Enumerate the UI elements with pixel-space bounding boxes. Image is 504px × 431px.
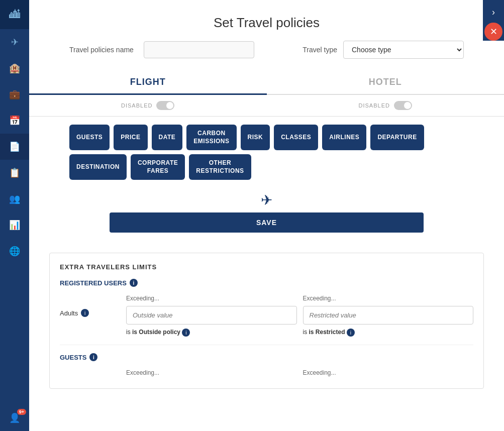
chart-icon: 📊 <box>9 220 20 231</box>
guests-row: Exceeding... Exceeding... <box>60 369 473 378</box>
btn-corporate-fares[interactable]: CORPORATE FARES <box>131 154 185 180</box>
restricted-note: is is Restricted i <box>303 329 474 337</box>
tab-hotel[interactable]: HOTEL <box>267 69 505 94</box>
btn-guests[interactable]: GUESTS <box>69 125 110 150</box>
tab-flight[interactable]: FLIGHT <box>29 69 267 95</box>
guests-exceeding-label-1: Exceeding... <box>126 369 297 376</box>
guests-label: GUESTS <box>60 354 86 361</box>
adults-info-icon[interactable]: i <box>81 309 89 317</box>
sidebar-item-avatar[interactable]: 👤 9+ <box>0 405 29 431</box>
sidebar-item-list[interactable]: 📋 <box>0 160 29 186</box>
sidebar-item-hotel[interactable]: 🏨 <box>0 55 29 81</box>
policies-name-input[interactable] <box>144 41 254 58</box>
adults-row: Adults i Exceeding... is is Outside poli… <box>60 295 473 337</box>
adults-restricted-input[interactable] <box>303 306 474 325</box>
main-tabs: FLIGHT HOTEL <box>29 69 504 95</box>
btn-departure[interactable]: DEPARTURE <box>370 125 424 150</box>
sidebar-item-document[interactable]: 📄 <box>0 134 29 160</box>
outside-policy-note: is is Outside policy i <box>126 329 297 337</box>
guests-section: GUESTS i Exceeding... Exceeding... <box>60 345 473 378</box>
flight-toggle[interactable] <box>156 101 174 110</box>
travel-type-group: Travel type Choose type Flight Hotel Car <box>303 41 464 59</box>
sidebar-item-globe[interactable]: 🌐 <box>0 238 29 264</box>
hotel-toggle-section: DISABLED <box>267 101 505 110</box>
guests-label-cell <box>60 369 120 378</box>
guests-info-icon[interactable]: i <box>89 353 97 361</box>
hotel-toggle[interactable] <box>394 101 412 110</box>
hotel-disabled-label: DISABLED <box>359 102 390 109</box>
adults-label: Adults <box>60 309 78 317</box>
travel-type-label: Travel type <box>303 46 337 54</box>
save-btn-container: SAVE <box>29 212 504 243</box>
sidebar-logo: 🏙 <box>0 0 29 29</box>
registered-users-title: REGISTERED USERS i <box>60 279 473 287</box>
sidebar: 🏙 ✈ 🏨 💼 📅 📄 📋 👥 📊 🌐 👤 9+ <box>0 0 29 431</box>
adults-restricted-col: Exceeding... is is Restricted i <box>303 295 474 337</box>
adults-label-cell: Adults i <box>60 295 120 317</box>
btn-risk[interactable]: RISK <box>241 125 270 150</box>
btn-classes[interactable]: CLASSES <box>274 125 318 150</box>
btn-airlines[interactable]: AIRLINES <box>322 125 366 150</box>
policies-name-label: Travel policies name <box>69 46 134 54</box>
calendar-icon: 📅 <box>9 115 20 126</box>
guests-exceeding-label-2: Exceeding... <box>303 369 474 376</box>
top-right-panel: › ✕ <box>483 0 504 41</box>
registered-users-label: REGISTERED USERS <box>60 279 127 287</box>
document-icon: 📄 <box>9 141 20 152</box>
save-button[interactable]: SAVE <box>110 212 424 233</box>
globe-icon: 🌐 <box>9 246 20 257</box>
chevron-right-icon[interactable]: › <box>489 4 498 21</box>
luggage-icon: 💼 <box>9 89 20 100</box>
flight-toggle-section: DISABLED <box>29 101 267 110</box>
extra-travelers-section: EXTRA TRAVELERS LIMITS REGISTERED USERS … <box>49 253 484 389</box>
list-icon: 📋 <box>9 167 20 178</box>
flight-disabled-label: DISABLED <box>121 102 152 109</box>
sidebar-item-people[interactable]: 👥 <box>0 186 29 212</box>
exceeding-label-1: Exceeding... <box>126 295 297 302</box>
sidebar-item-luggage[interactable]: 💼 <box>0 81 29 107</box>
guests-title: GUESTS i <box>60 353 473 361</box>
toggle-row: DISABLED DISABLED <box>29 95 504 117</box>
restricted-info-icon[interactable]: i <box>347 329 355 337</box>
btn-destination[interactable]: DESTINATION <box>69 154 127 180</box>
plane-icon-row: ✈ <box>29 188 504 212</box>
extra-travelers-title: EXTRA TRAVELERS LIMITS <box>60 263 473 271</box>
btn-price[interactable]: PRICE <box>114 125 147 150</box>
people-icon: 👥 <box>9 193 20 204</box>
page-title: Set Travel policies <box>29 0 504 41</box>
btn-other-restrictions[interactable]: OTHER RESTRICTIONS <box>189 154 251 180</box>
sidebar-item-calendar[interactable]: 📅 <box>0 107 29 134</box>
main-content: › ✕ Set Travel policies Travel policies … <box>29 0 504 431</box>
registered-users-info-icon[interactable]: i <box>130 279 138 287</box>
notification-badge: 9+ <box>17 409 26 415</box>
logo-icon: 🏙 <box>9 8 20 21</box>
guests-exceeding-col-2: Exceeding... <box>303 369 474 378</box>
btn-date[interactable]: DATE <box>152 125 183 150</box>
outside-policy-info-icon[interactable]: i <box>182 329 190 337</box>
sidebar-item-chart[interactable]: 📊 <box>0 212 29 238</box>
guests-exceeding-col-1: Exceeding... <box>126 369 297 378</box>
hotel-icon: 🏨 <box>9 63 20 74</box>
form-row: Travel policies name Travel type Choose … <box>29 41 504 59</box>
exceeding-label-2: Exceeding... <box>303 295 474 302</box>
adults-outside-col: Exceeding... is is Outside policy i <box>126 295 297 337</box>
btn-carbon-emissions[interactable]: CARBON EMISSIONS <box>186 125 236 150</box>
close-button[interactable]: ✕ <box>484 23 502 41</box>
adults-outside-input[interactable] <box>126 306 297 325</box>
flight-icon: ✈ <box>11 37 19 48</box>
sidebar-item-flight[interactable]: ✈ <box>0 29 29 55</box>
plane-icon: ✈ <box>261 192 272 208</box>
policy-buttons-container: GUESTS PRICE DATE CARBON EMISSIONS RISK … <box>29 117 504 188</box>
travel-type-select[interactable]: Choose type Flight Hotel Car <box>343 41 464 59</box>
